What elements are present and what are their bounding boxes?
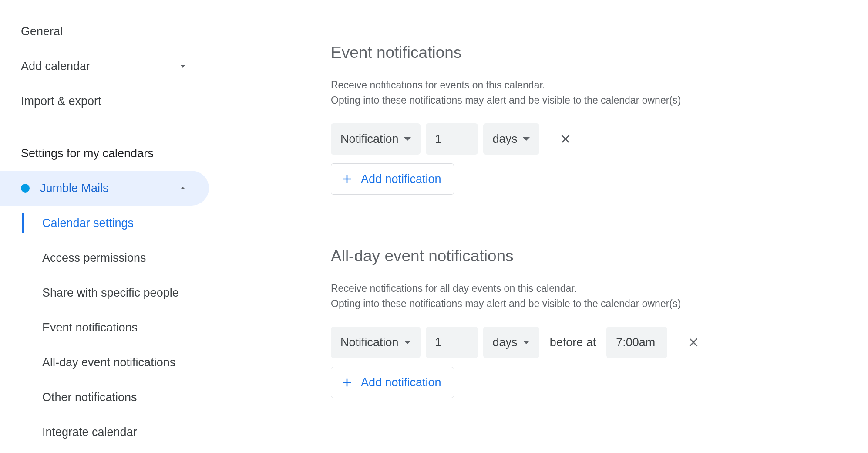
main-content: Event notifications Receive notification… — [209, 0, 868, 453]
chevron-down-icon — [178, 61, 188, 71]
section-title: All-day event notifications — [331, 247, 851, 265]
sidebar-item-access-permissions[interactable]: Access permissions — [23, 240, 209, 275]
notification-row: Notification days before at — [331, 327, 851, 358]
sidebar-item-calendar-settings[interactable]: Calendar settings — [23, 206, 209, 240]
nav-label: General — [21, 25, 63, 38]
nav-label: Add calendar — [21, 60, 90, 73]
method-select[interactable]: Notification — [331, 123, 421, 155]
section-description: Receive notifications for events on this… — [331, 78, 723, 108]
calendar-header-jumble-mails[interactable]: Jumble Mails — [0, 171, 209, 206]
sidebar-item-event-notifications[interactable]: Event notifications — [23, 310, 209, 345]
nav-general[interactable]: General — [0, 14, 209, 49]
close-icon — [686, 335, 700, 349]
sidebar-section-header: Settings for my calendars — [0, 136, 209, 171]
add-notification-button[interactable]: Add notification — [331, 163, 454, 195]
remove-notification-button[interactable] — [681, 330, 706, 355]
close-icon — [558, 132, 572, 146]
plus-icon — [340, 172, 354, 186]
sidebar-item-other-notifications[interactable]: Other notifications — [23, 380, 209, 415]
unit-select[interactable]: days — [483, 327, 539, 358]
remove-notification-button[interactable] — [553, 127, 578, 151]
chevron-up-icon — [178, 183, 188, 193]
dropdown-arrow-icon — [523, 135, 530, 142]
unit-select[interactable]: days — [483, 123, 539, 155]
section-title: Event notifications — [331, 44, 851, 62]
allday-notifications-section: All-day event notifications Receive noti… — [331, 247, 851, 398]
sidebar-item-share-specific-people[interactable]: Share with specific people — [23, 275, 209, 310]
sidebar-item-allday-notifications[interactable]: All-day event notifications — [23, 345, 209, 380]
notification-row: Notification days — [331, 123, 851, 155]
quantity-input[interactable] — [426, 123, 478, 155]
calendar-name: Jumble Mails — [40, 182, 109, 195]
before-at-label: before at — [545, 336, 602, 349]
nav-label: Import & export — [21, 95, 101, 108]
settings-sidebar: General Add calendar Import & export Set… — [0, 0, 209, 453]
plus-icon — [340, 375, 354, 389]
event-notifications-section: Event notifications Receive notification… — [331, 44, 851, 195]
dropdown-arrow-icon — [523, 339, 530, 346]
quantity-input[interactable] — [426, 327, 478, 358]
time-input[interactable] — [606, 327, 667, 358]
dropdown-arrow-icon — [404, 135, 411, 142]
add-notification-button[interactable]: Add notification — [331, 367, 454, 398]
sidebar-item-integrate-calendar[interactable]: Integrate calendar — [23, 415, 209, 450]
dropdown-arrow-icon — [404, 339, 411, 346]
method-select[interactable]: Notification — [331, 327, 421, 358]
calendar-sub-items: Calendar settings Access permissions Sha… — [23, 206, 209, 450]
nav-import-export[interactable]: Import & export — [0, 84, 209, 118]
nav-add-calendar[interactable]: Add calendar — [0, 49, 209, 84]
calendar-color-dot — [21, 184, 30, 193]
section-description: Receive notifications for all day events… — [331, 281, 723, 311]
